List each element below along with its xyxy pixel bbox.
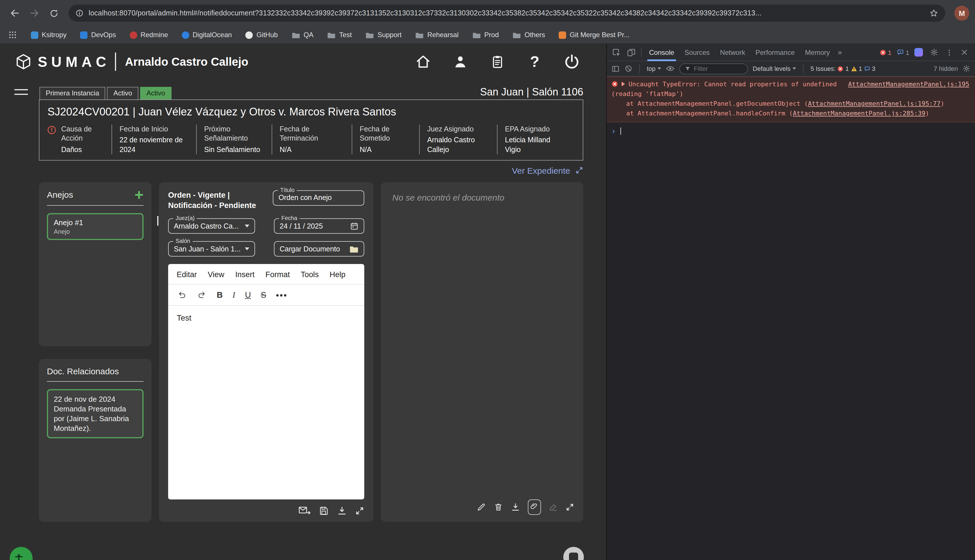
notify-email-icon[interactable] xyxy=(299,506,311,516)
back-button[interactable] xyxy=(6,4,24,22)
console-settings-button[interactable] xyxy=(962,65,970,73)
fecha-field[interactable]: Fecha xyxy=(274,218,364,234)
attach-button[interactable] xyxy=(528,500,541,515)
menu-tools[interactable]: Tools xyxy=(301,270,319,279)
profile-button[interactable] xyxy=(451,53,469,71)
devtools-tab-console[interactable]: Console xyxy=(644,44,679,61)
more-tabs-button[interactable]: » xyxy=(835,48,845,57)
error-message[interactable]: Uncaught TypeError: Cannot read properti… xyxy=(611,80,837,98)
sign-icon[interactable] xyxy=(548,502,558,512)
devtools-tab-performance[interactable]: Performance xyxy=(750,44,800,61)
sumac-logo[interactable]: SUMAC xyxy=(15,53,110,70)
related-doc-item[interactable]: 22 de nov de 2024 Demanda Presentada por… xyxy=(47,389,144,438)
underline-button[interactable]: U xyxy=(245,291,251,299)
stack-link[interactable]: AttachmentManagementPanel.js:195:77 xyxy=(808,100,941,107)
strikethrough-button[interactable]: S xyxy=(261,291,266,299)
redo-icon[interactable] xyxy=(197,290,207,300)
add-anejo-button[interactable]: + xyxy=(134,190,144,200)
bookmark-folder-support[interactable]: Support xyxy=(366,31,401,39)
anejo-list-item[interactable]: Anejo #1 Anejo xyxy=(47,213,144,240)
menu-editar[interactable]: Editar xyxy=(177,270,197,279)
italic-button[interactable]: I xyxy=(232,291,235,299)
titulo-input[interactable] xyxy=(279,194,359,202)
device-toolbar-button[interactable] xyxy=(624,45,639,59)
bookmark-folder-others[interactable]: Others xyxy=(513,31,545,39)
bookmark-redmine[interactable]: Redmine xyxy=(130,31,168,39)
menu-format[interactable]: Format xyxy=(265,270,290,279)
bookmark-devops[interactable]: DevOps xyxy=(80,31,116,39)
error-source-link[interactable]: AttachmentManagementPanel.js:195 xyxy=(848,80,969,89)
titulo-field[interactable]: Título xyxy=(273,190,364,206)
cargar-documento-button[interactable]: Cargar Documento xyxy=(274,241,364,257)
reload-button[interactable] xyxy=(45,4,63,22)
inspect-element-button[interactable] xyxy=(609,45,624,59)
menu-help[interactable]: Help xyxy=(330,270,346,279)
expand-triangle-icon[interactable] xyxy=(622,82,625,86)
console-prompt[interactable]: › xyxy=(607,122,975,140)
home-button[interactable] xyxy=(414,53,432,71)
bookmark-ksitropy[interactable]: Ksitropy xyxy=(31,31,67,39)
issues-badge[interactable]: 1 xyxy=(897,48,909,56)
bookmark-git-merge[interactable]: Git Merge Best Pr... xyxy=(559,31,629,39)
forward-button[interactable] xyxy=(25,4,43,22)
ai-assistant-icon[interactable] xyxy=(914,48,923,57)
menu-view[interactable]: View xyxy=(208,270,224,279)
editor-content[interactable]: Test xyxy=(168,306,364,500)
context-selector[interactable]: top xyxy=(647,65,661,72)
download-icon[interactable] xyxy=(337,506,347,516)
fullscreen-icon[interactable] xyxy=(566,503,574,512)
clipboard-button[interactable] xyxy=(488,53,507,71)
levels-label: Default levels xyxy=(753,65,791,72)
ver-expediente-link[interactable]: Ver Expediente xyxy=(512,166,584,175)
tab-activo-2[interactable]: Activo xyxy=(140,87,171,100)
bookmark-folder-qa[interactable]: QA xyxy=(292,31,314,39)
log-levels-selector[interactable]: Default levels xyxy=(753,65,796,72)
more-tools-button[interactable]: ••• xyxy=(276,290,288,299)
bold-button[interactable]: B xyxy=(217,291,223,299)
save-icon[interactable] xyxy=(319,506,329,516)
devtools-tab-memory[interactable]: Memory xyxy=(800,44,835,61)
undo-icon[interactable] xyxy=(177,290,187,300)
logout-button[interactable] xyxy=(563,53,581,71)
apps-grid-icon[interactable] xyxy=(8,30,17,40)
calendar-icon[interactable] xyxy=(350,222,359,230)
edit-icon[interactable] xyxy=(476,502,486,512)
issues-counter[interactable]: 5 Issues: 1 1 3 xyxy=(811,65,875,72)
error-count-badge[interactable]: 1 xyxy=(880,49,892,56)
url-bar[interactable]: localhost:8070/portal/admin.html#/notifi… xyxy=(68,5,945,22)
console-sidebar-toggle[interactable] xyxy=(611,64,620,73)
stack-link[interactable]: AttachmentManagementPanel.js:285:39 xyxy=(793,110,925,117)
menu-insert[interactable]: Insert xyxy=(235,270,255,279)
bookmark-folder-prod[interactable]: Prod xyxy=(472,31,499,39)
clear-console-button[interactable] xyxy=(624,65,633,73)
devtools-menu-button[interactable] xyxy=(945,45,954,59)
back-arrow-icon xyxy=(10,8,20,18)
devtools-tab-network[interactable]: Network xyxy=(715,44,750,61)
fullscreen-icon[interactable] xyxy=(355,506,364,515)
console-filter[interactable] xyxy=(679,63,748,74)
bookmark-folder-test[interactable]: Test xyxy=(327,31,352,39)
bookmark-digitalocean[interactable]: DigitalOcean xyxy=(182,31,232,39)
hidden-messages-label[interactable]: 7 hidden xyxy=(934,65,958,72)
help-button[interactable]: ? xyxy=(526,53,544,71)
site-info-icon[interactable] xyxy=(75,9,83,17)
salon-select[interactable]: Salón San Juan - Salón 1... xyxy=(168,241,255,257)
tab-primera-instancia[interactable]: Primera Instancia xyxy=(40,87,105,100)
accessibility-fab[interactable] xyxy=(10,547,33,560)
bookmark-github[interactable]: GitHub xyxy=(245,31,278,39)
delete-icon[interactable] xyxy=(494,502,503,512)
live-expression-button[interactable] xyxy=(666,64,675,73)
browser-profile-avatar[interactable]: M xyxy=(954,6,969,20)
devtools-settings-button[interactable] xyxy=(928,45,940,59)
menu-button[interactable] xyxy=(14,89,28,95)
fecha-input[interactable] xyxy=(280,222,337,230)
bookmark-star-icon[interactable] xyxy=(929,8,938,18)
scroll-widget[interactable] xyxy=(563,547,584,560)
devtools-close-button[interactable] xyxy=(959,45,969,59)
bookmark-folder-rehearsal[interactable]: Rehearsal xyxy=(415,31,458,39)
devtools-tab-sources[interactable]: Sources xyxy=(679,44,715,61)
tab-activo-1[interactable]: Activo xyxy=(107,87,139,100)
juez-select[interactable]: Juez(a) Arnaldo Castro Ca... xyxy=(168,218,255,234)
download-icon[interactable] xyxy=(511,502,520,512)
filter-input[interactable] xyxy=(694,65,740,72)
